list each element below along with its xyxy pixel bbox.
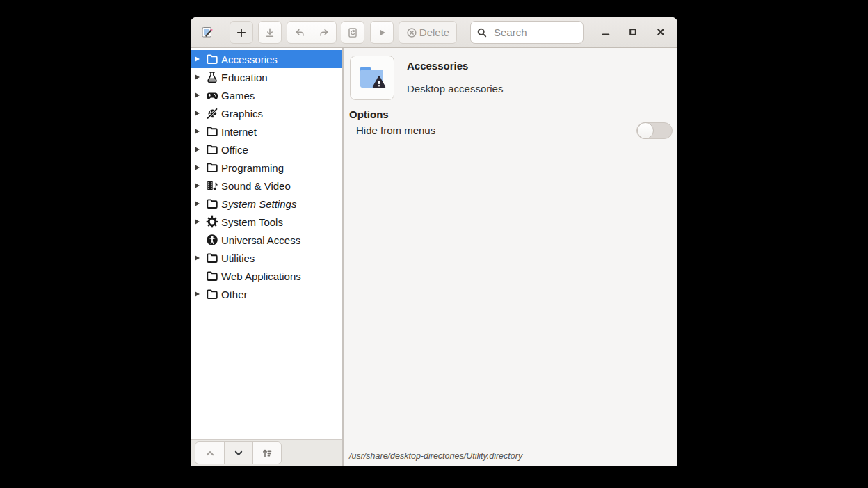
category-icon-button[interactable] — [350, 56, 394, 100]
expander-icon[interactable] — [195, 183, 206, 188]
delete-circle-icon — [406, 27, 417, 38]
sidebar-item-programming[interactable]: Programming — [191, 158, 342, 177]
sidebar-item-graphics[interactable]: Graphics — [191, 104, 342, 122]
toggle-knob — [637, 122, 654, 139]
expander-icon[interactable] — [195, 273, 206, 279]
folder-warning-icon — [357, 63, 387, 92]
category-tree: Accessories Education Games Graphics Int… — [191, 48, 342, 439]
access-icon — [206, 234, 218, 246]
headerbar: Delete — [191, 17, 677, 48]
folder-icon — [206, 125, 218, 138]
sidebar-item-other[interactable]: Other — [191, 285, 342, 303]
sidebar-item-label: Education — [221, 72, 268, 83]
expander-icon[interactable] — [195, 291, 206, 297]
search-icon — [476, 27, 488, 38]
details-title: Accessories — [407, 60, 468, 72]
gear-icon — [206, 215, 218, 228]
sidebar-footer — [191, 439, 342, 466]
chevron-up-icon — [204, 448, 216, 459]
sidebar: Accessories Education Games Graphics Int… — [191, 48, 344, 466]
sidebar-item-label: Games — [221, 90, 255, 101]
minimize-icon — [600, 26, 611, 38]
sidebar-item-label: Accessories — [221, 54, 278, 65]
expander-icon[interactable] — [195, 237, 206, 243]
sidebar-item-label: System Tools — [221, 216, 283, 228]
sidebar-item-label: Other — [221, 288, 248, 300]
sidebar-item-system-tools[interactable]: System Tools — [191, 213, 342, 231]
expander-icon[interactable] — [195, 92, 206, 98]
undo-icon — [294, 27, 305, 38]
expander-icon[interactable] — [195, 111, 206, 116]
undo-button[interactable] — [287, 22, 312, 43]
app-icon — [201, 26, 214, 38]
sort-icon — [262, 448, 273, 459]
redo-button[interactable] — [312, 22, 336, 43]
revert-document-icon — [347, 27, 358, 38]
sidebar-item-internet[interactable]: Internet — [191, 122, 342, 140]
sidebar-item-label: Internet — [221, 126, 257, 138]
save-button[interactable] — [258, 21, 282, 44]
sidebar-item-label: Graphics — [221, 108, 263, 120]
expander-icon[interactable] — [195, 56, 206, 62]
sidebar-item-web-applications[interactable]: Web Applications — [191, 267, 342, 285]
maximize-button[interactable] — [625, 24, 641, 40]
close-icon — [655, 26, 666, 38]
sidebar-item-label: Office — [221, 144, 248, 156]
expander-icon[interactable] — [195, 201, 206, 206]
expander-icon[interactable] — [195, 219, 206, 225]
details-subtitle: Desktop accessories — [407, 83, 503, 95]
menu-editor-window: Delete Accessories Education — [191, 17, 677, 466]
folder-icon — [206, 53, 218, 65]
palette-icon — [206, 107, 218, 120]
reorder-button-group — [195, 441, 282, 464]
folder-icon — [206, 197, 218, 210]
move-down-button[interactable] — [224, 442, 252, 464]
folder-icon — [206, 143, 218, 156]
expander-icon[interactable] — [195, 129, 206, 134]
window-content: Accessories Education Games Graphics Int… — [191, 48, 677, 466]
sidebar-item-education[interactable]: Education — [191, 68, 342, 86]
run-button[interactable] — [370, 21, 394, 44]
flask-icon — [206, 71, 218, 83]
new-item-button[interactable] — [230, 21, 253, 44]
sort-button[interactable] — [252, 442, 281, 464]
sidebar-item-label: Universal Access — [221, 234, 300, 246]
minimize-button[interactable] — [597, 24, 614, 40]
search-input[interactable] — [492, 26, 575, 39]
sidebar-item-accessories[interactable]: Accessories — [191, 50, 342, 68]
directory-file-path: /usr/share/desktop-directories/Utility.d… — [349, 451, 522, 461]
sidebar-item-label: Sound & Video — [221, 180, 291, 192]
sidebar-item-universal-access[interactable]: Universal Access — [191, 231, 342, 249]
expander-icon[interactable] — [195, 147, 206, 152]
save-download-icon — [264, 27, 275, 38]
sidebar-item-system-settings[interactable]: System Settings — [191, 195, 342, 213]
details-panel: Accessories Desktop accessories Options … — [344, 48, 677, 466]
close-button[interactable] — [652, 24, 669, 40]
sidebar-item-office[interactable]: Office — [191, 140, 342, 158]
undo-redo-group — [287, 21, 337, 44]
play-icon — [376, 27, 387, 38]
sidebar-item-utilities[interactable]: Utilities — [191, 249, 342, 267]
expander-icon[interactable] — [195, 74, 206, 80]
hide-from-menus-label: Hide from menus — [356, 124, 435, 136]
sidebar-item-label: Utilities — [221, 252, 255, 264]
expander-icon[interactable] — [195, 165, 206, 170]
desktop-background: Delete Accessories Education — [0, 0, 868, 488]
sidebar-item-games[interactable]: Games — [191, 86, 342, 104]
revert-button[interactable] — [341, 21, 364, 44]
hide-from-menus-toggle[interactable] — [636, 122, 673, 139]
film-icon — [206, 179, 218, 192]
folder-icon — [206, 161, 218, 174]
delete-button[interactable]: Delete — [399, 21, 457, 44]
maximize-icon — [627, 26, 638, 38]
sidebar-item-label: System Settings — [221, 198, 296, 210]
options-heading: Options — [349, 108, 389, 120]
expander-icon[interactable] — [195, 255, 206, 261]
sidebar-item-label: Programming — [221, 162, 284, 174]
search-field[interactable] — [470, 21, 584, 44]
move-up-button[interactable] — [195, 442, 224, 464]
gamepad-icon — [206, 89, 218, 101]
sidebar-item-sound-video[interactable]: Sound & Video — [191, 177, 342, 195]
folder-icon — [206, 270, 218, 282]
plus-icon — [236, 27, 247, 38]
